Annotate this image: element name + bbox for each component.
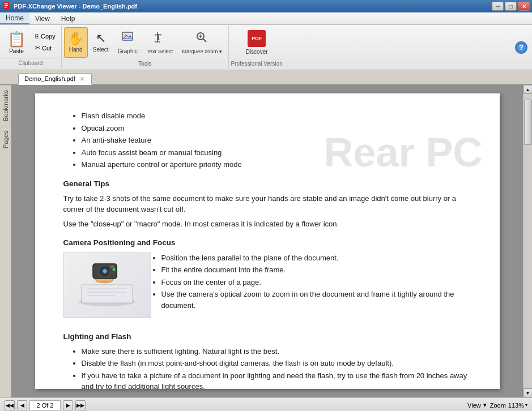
nav-next-button[interactable]: ▶ [63,400,73,410]
menu-help[interactable]: Help [56,12,81,24]
title-bar: PDF-XChange Viewer - Demo_English.pdf ─ … [0,0,532,12]
tools-buttons: ✋ Hand ↖ Select Graphic [64,27,226,58]
tab-bar: Demo_English.pdf ✕ [0,70,532,85]
svg-rect-2 [5,5,8,6]
intro-bullet-list: Flash disable mode Optical zoom An anti-… [63,110,471,170]
svg-point-7 [125,34,126,36]
view-label: View [467,402,481,409]
copy-button[interactable]: ⎘Copy [32,31,59,41]
intro-item-1: Flash disable mode [82,110,471,122]
camera-image [63,252,151,318]
intro-item-2: Optical zoom [82,123,471,134]
document-page: Rear PC Flash disable mode Optical zoom … [35,93,500,389]
document-area: Rear PC Flash disable mode Optical zoom … [11,85,523,397]
help-icon[interactable]: ? [515,41,527,54]
intro-item-5: Manual aperture control or aperture prio… [82,159,471,170]
menu-bar: Home View Help [0,12,532,25]
copy-cut-group: ⎘Copy ✂Cut [32,31,59,53]
lighting-bullet-list: Make sure there is sufficient lighting. … [63,346,471,389]
nav-first-button[interactable]: ◀◀ [5,400,15,410]
svg-rect-3 [5,7,7,8]
text-select-tool-button[interactable]: T Text Select [143,27,177,58]
select-tool-button[interactable]: ↖ Select [89,27,113,58]
menu-view[interactable]: View [29,12,56,24]
toolbar: 📋 Paste ⎘Copy ✂Cut Clipboard ✋ Hand [0,25,532,70]
lighting-item-1: Make sure there is sufficient lighting. … [82,346,471,357]
pages-panel-tab[interactable]: Pages [0,126,11,153]
close-button[interactable]: ✕ [518,2,530,11]
svg-point-25 [103,269,107,273]
page-input[interactable] [29,400,61,410]
side-panel-left: Bookmarks Pages [0,85,11,397]
marquee-zoom-icon [195,31,208,46]
intro-item-4: Auto focus assist beam or manual focusin… [82,147,471,159]
scroll-thumb[interactable] [524,100,532,145]
zoom-label: Zoom [490,402,506,409]
camera-title: Camera Positioning and Focus [63,237,471,249]
svg-point-27 [113,268,116,271]
scroll-down-button[interactable]: ▼ [524,388,533,397]
restore-button[interactable]: □ [505,2,517,11]
text-select-icon: T [153,31,167,46]
lighting-title: Lighting and Flash [63,331,471,342]
toolbar-right: ? [515,26,532,68]
svg-rect-26 [110,265,114,268]
app-icon [2,2,11,11]
camera-section: Position the lens parallel to the plane … [63,252,471,323]
professional-label: Professional Version [231,59,283,67]
zoom-value: 113% [508,402,524,409]
select-icon: ↖ [96,32,106,45]
lighting-item-3: If you have to take a picture of a docum… [82,370,471,389]
lighting-item-2: Disable the flash (in most point-and-sho… [82,358,471,369]
window-controls: ─ □ ✕ [492,2,530,11]
professional-group: PDF Discover Professional Version [229,26,285,68]
status-right: View ▾ Zoom 113% ▾ [467,401,527,409]
intro-item-3: An anti-shake feature [82,135,471,146]
minimize-button[interactable]: ─ [492,2,504,11]
zoom-dropdown-wrapper: Zoom 113% ▾ [490,402,527,409]
window-title: PDF-XChange Viewer - Demo_English.pdf [14,3,492,10]
paste-button[interactable]: 📋 Paste [2,29,31,56]
status-bar: ◀◀ ◀ ▶ ▶▶ View ▾ Zoom 113% ▾ [0,397,532,411]
view-value: ▾ [483,401,487,409]
view-dropdown-wrapper: View ▾ [467,401,487,409]
tools-group: ✋ Hand ↖ Select Graphic [62,26,229,68]
graphic-tool-button[interactable]: Graphic [114,27,142,58]
svg-line-12 [203,39,207,42]
marquee-zoom-button[interactable]: Marquee zoom ▾ [178,27,225,58]
svg-rect-1 [5,3,8,5]
scroll-up-button[interactable]: ▲ [524,85,533,94]
general-tips-text2: Use the "close-up" or "macro" mode. In m… [63,219,471,230]
main-area: Bookmarks Pages Rear PC Flash disable mo… [0,85,532,397]
nav-prev-button[interactable]: ◀ [17,400,27,410]
tools-label: Tools [64,59,226,68]
svg-rect-16 [82,285,133,303]
svg-text:T: T [155,32,161,42]
clipboard-buttons: 📋 Paste ⎘Copy ✂Cut [2,27,59,57]
document-tab[interactable]: Demo_English.pdf ✕ [18,73,92,85]
pdf-logo-icon: PDF [248,30,266,47]
cut-button[interactable]: ✂Cut [32,42,59,53]
general-tips-title: General Tips [63,178,471,190]
discover-button[interactable]: PDF Discover [240,27,274,58]
hand-tool-button[interactable]: ✋ Hand [64,27,88,58]
tab-filename: Demo_English.pdf [24,75,75,82]
graphic-icon [121,31,134,46]
clipboard-group: 📋 Paste ⎘Copy ✂Cut Clipboard [0,26,62,68]
document-content: Flash disable mode Optical zoom An anti-… [63,110,471,389]
scroll-track[interactable] [524,94,533,388]
nav-last-button[interactable]: ▶▶ [75,400,86,410]
clipboard-label: Clipboard [2,58,59,67]
tab-close-button[interactable]: ✕ [79,76,86,82]
menu-home[interactable]: Home [0,12,29,24]
scrollbar-right: ▲ ▼ [523,85,532,397]
zoom-arrow-icon: ▾ [525,403,527,408]
hand-icon: ✋ [68,32,83,45]
bookmarks-panel-tab[interactable]: Bookmarks [0,85,11,126]
general-tips-text1: Try to take 2-3 shots of the same docume… [63,193,471,215]
